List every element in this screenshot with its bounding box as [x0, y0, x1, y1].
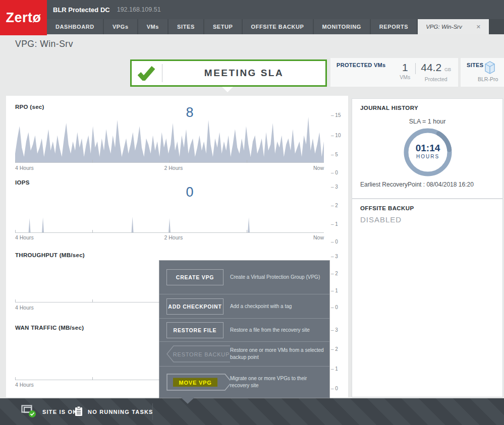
site-status-label: SITE IS OK: [42, 409, 77, 415]
site-status-icon: [21, 405, 37, 419]
x-axis-label: 4 Hours: [15, 382, 34, 388]
sla-status-label: MEETING SLA: [162, 68, 325, 79]
journal-hours-value: 01:14: [402, 143, 454, 154]
y-axis-label: 5: [331, 152, 338, 157]
offsite-backup-panel: OFFSITE BACKUP DISABLED: [352, 199, 503, 397]
menu-item-restore-file: RESTORE FILERestore a file from the reco…: [159, 318, 329, 341]
active-tab-label: VPG: Win-Srv: [426, 19, 462, 34]
x-axis-label: Now: [313, 234, 324, 240]
current-site-ip: 192.168.109.51: [117, 6, 161, 13]
x-axis-label: 4 Hours: [15, 305, 34, 311]
page-title: VPG: Win-Srv: [15, 39, 73, 49]
vm-count: 1: [400, 62, 410, 73]
y-axis-label: 0: [331, 386, 338, 391]
y-axis-label: 2: [331, 346, 338, 352]
menu-item-restore-backup: RESTORE BACKUPRestore one or more VMs fr…: [159, 341, 329, 366]
sla-status-banner[interactable]: MEETING SLA: [130, 59, 327, 87]
menu-item-description: Migrate one or more VPGs to their recove…: [230, 375, 327, 389]
tab-vms[interactable]: VMs: [138, 19, 169, 34]
tab-close-icon[interactable]: ✕: [476, 19, 481, 34]
x-axis-label: 2 Hours: [164, 165, 183, 171]
paired-site-name: BLR-Pro: [478, 76, 498, 82]
menu-button[interactable]: ADD CHECKPOINT: [166, 298, 223, 315]
journal-history-panel: JOURNAL HISTORY SLA = 1 hour 01:14 HOURS…: [352, 98, 503, 199]
offsite-backup-status: DISABLED: [360, 215, 402, 224]
menu-button: RESTORE BACKUP: [166, 345, 230, 362]
tasks-status-label: NO RUNNING TASKS: [88, 409, 153, 415]
top-bar: BLR Protected DC 192.168.109.51: [0, 0, 504, 19]
y-axis-label: 2: [331, 271, 338, 276]
sla-banner-tail: [222, 87, 233, 92]
clipboard-icon: [75, 406, 83, 417]
journal-sla-text: SLA = 1 hour: [352, 118, 502, 125]
y-axis-label: 10: [331, 133, 341, 138]
protected-size-label: Protected: [421, 76, 451, 82]
check-icon: [138, 66, 155, 81]
tab-setup[interactable]: SETUP: [204, 19, 243, 34]
protected-size-unit: GB: [444, 67, 451, 72]
menu-item-add-checkpoint: ADD CHECKPOINTAdd a checkpoint with a ta…: [159, 294, 329, 318]
site-status-indicator[interactable]: SITE IS OK: [21, 398, 77, 425]
y-axis-label: 3: [331, 184, 338, 190]
nav-tabs: DASHBOARDVPGsVMsSITESSETUPOFFSITE BACKUP…: [47, 19, 504, 34]
protected-size: 44.2: [421, 62, 441, 73]
y-axis-label: 2: [331, 203, 338, 208]
y-axis-label: 0: [331, 239, 338, 245]
x-axis-label: 2 Hours: [164, 234, 183, 240]
tab-vpg-win-srv-active[interactable]: VPG: Win-Srv ✕: [418, 19, 489, 34]
y-axis-label: 0: [331, 170, 338, 175]
journal-history-header: JOURNAL HISTORY: [360, 105, 418, 111]
svg-text:MOVE VPG: MOVE VPG: [179, 380, 211, 386]
tab-sites[interactable]: SITES: [169, 19, 204, 34]
bottom-status-bar: SITE IS OK NO RUNNING TASKS: [0, 398, 504, 425]
zerto-logo: Zertø: [0, 0, 47, 35]
actions-popup-tail: [181, 397, 195, 404]
earliest-recovery-point-value: 08/04/2018 16:20: [426, 181, 473, 188]
x-axis-label: 4 Hours: [15, 234, 34, 240]
x-axis-label: Now: [313, 165, 324, 171]
running-tasks-indicator[interactable]: NO RUNNING TASKS: [75, 398, 153, 425]
menu-item-create-vpg: CREATE VPGCreate a Virtual Protection Gr…: [159, 261, 329, 294]
menu-item-description: Restore a file from the recovery site: [230, 327, 327, 334]
y-axis-label: 1: [331, 221, 338, 227]
chart-rpo: RPO (sec) 8 4 Hours2 HoursNow 151050: [15, 104, 348, 179]
actions-popup-menu: CREATE VPGCreate a Virtual Protection Gr…: [159, 261, 329, 398]
vm-count-label: VMs: [400, 74, 410, 80]
x-axis-label: 4 Hours: [15, 165, 34, 171]
journal-hours-unit: HOURS: [402, 154, 454, 159]
tab-reports[interactable]: REPORTS: [371, 19, 418, 34]
y-axis-label: 3: [331, 254, 338, 259]
current-site-name: BLR Protected DC: [53, 6, 110, 14]
earliest-recovery-point-label: Earliest RecoveryPoint :: [360, 181, 425, 188]
sites-panel: SITES BLR-Pro: [461, 58, 504, 87]
y-axis-label: 15: [331, 112, 341, 118]
menu-item-description: Restore one or more VMs from a selected …: [230, 347, 327, 361]
protected-vms-panel: PROTECTED VMs 1 VMs 44.2 GB Protected: [330, 58, 458, 87]
tab-monitoring[interactable]: MONITORING: [314, 19, 371, 34]
chart-title: IOPS: [15, 179, 30, 186]
divider: [415, 63, 416, 74]
tab-dashboard[interactable]: DASHBOARD: [47, 19, 104, 34]
menu-button[interactable]: MOVE VPG: [166, 374, 230, 391]
y-axis-label: 1: [331, 366, 338, 372]
y-axis-label: 1: [331, 288, 338, 293]
chart-title: WAN TRAFFIC (MB/sec): [15, 325, 84, 331]
actions-menu-rows: CREATE VPGCreate a Virtual Protection Gr…: [159, 261, 329, 398]
tab-vpgs[interactable]: VPGs: [104, 19, 138, 34]
menu-item-description: Add a checkpoint with a tag: [230, 303, 327, 310]
svg-text:RESTORE BACKUP: RESTORE BACKUP: [173, 351, 230, 357]
site-building-icon: [483, 60, 497, 77]
tab-offsite-backup[interactable]: OFFSITE BACKUP: [243, 19, 314, 34]
menu-button[interactable]: CREATE VPG: [166, 269, 223, 285]
y-axis-label: 0: [331, 305, 338, 310]
menu-item-move-vpg: MOVE VPGMigrate one or more VPGs to thei…: [159, 366, 329, 398]
journal-history-gauge: 01:14 HOURS: [402, 126, 454, 178]
chart-iops: IOPS 0 4 Hours2 HoursNow 3210: [15, 177, 348, 251]
menu-item-description: Create a Virtual Protection Group (VPG): [230, 274, 327, 281]
zerto-app-window: BLR Protected DC 192.168.109.51 Zertø DA…: [0, 0, 504, 425]
offsite-backup-header: OFFSITE BACKUP: [360, 205, 414, 211]
divider: [152, 403, 153, 420]
y-axis-label: 3: [331, 327, 338, 333]
menu-button[interactable]: RESTORE FILE: [166, 322, 223, 338]
